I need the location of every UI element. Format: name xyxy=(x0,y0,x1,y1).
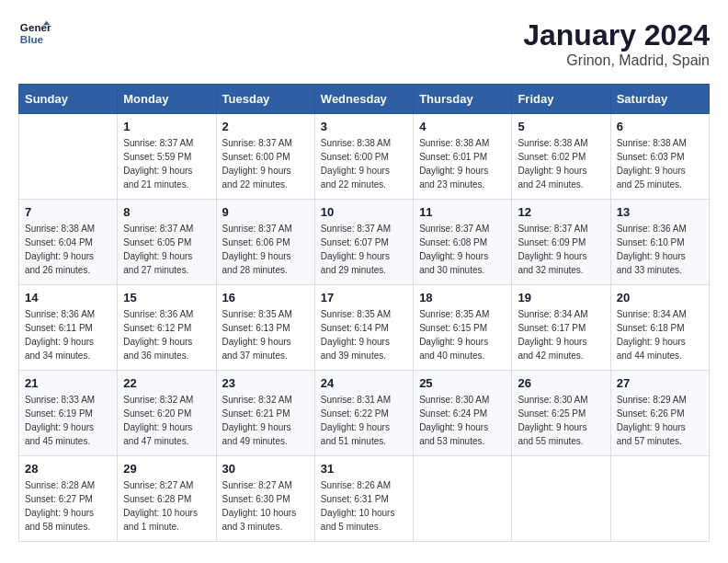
day-info: Sunrise: 8:32 AMSunset: 6:21 PMDaylight:… xyxy=(222,393,309,448)
calendar-day-cell: 18Sunrise: 8:35 AMSunset: 6:15 PMDayligh… xyxy=(414,285,512,371)
day-number: 8 xyxy=(123,205,210,219)
day-info: Sunrise: 8:37 AMSunset: 6:07 PMDaylight:… xyxy=(321,222,407,277)
day-number: 28 xyxy=(25,462,111,476)
calendar-day-cell: 10Sunrise: 8:37 AMSunset: 6:07 PMDayligh… xyxy=(314,200,413,285)
day-info: Sunrise: 8:36 AMSunset: 6:12 PMDaylight:… xyxy=(123,307,210,362)
calendar-day-cell xyxy=(19,114,118,200)
day-number: 25 xyxy=(419,376,506,390)
weekday-header-cell: Tuesday xyxy=(216,85,314,114)
day-info: Sunrise: 8:38 AMSunset: 6:03 PMDaylight:… xyxy=(617,136,703,191)
day-number: 16 xyxy=(222,291,309,304)
day-info: Sunrise: 8:37 AMSunset: 6:00 PMDaylight:… xyxy=(222,136,309,191)
calendar-day-cell: 3Sunrise: 8:38 AMSunset: 6:00 PMDaylight… xyxy=(314,114,413,200)
calendar-day-cell: 24Sunrise: 8:31 AMSunset: 6:22 PMDayligh… xyxy=(314,371,413,456)
day-number: 31 xyxy=(321,462,407,476)
day-info: Sunrise: 8:38 AMSunset: 6:04 PMDaylight:… xyxy=(25,222,111,277)
day-info: Sunrise: 8:38 AMSunset: 6:00 PMDaylight:… xyxy=(321,136,407,191)
day-info: Sunrise: 8:32 AMSunset: 6:20 PMDaylight:… xyxy=(123,393,210,448)
day-info: Sunrise: 8:37 AMSunset: 6:05 PMDaylight:… xyxy=(123,222,210,277)
calendar-day-cell: 11Sunrise: 8:37 AMSunset: 6:08 PMDayligh… xyxy=(414,200,512,285)
day-number: 17 xyxy=(321,291,407,304)
day-info: Sunrise: 8:33 AMSunset: 6:19 PMDaylight:… xyxy=(25,393,111,448)
calendar-day-cell: 12Sunrise: 8:37 AMSunset: 6:09 PMDayligh… xyxy=(512,200,610,285)
day-number: 19 xyxy=(518,291,604,304)
day-number: 7 xyxy=(25,205,111,219)
calendar-day-cell xyxy=(512,456,610,542)
calendar-day-cell: 14Sunrise: 8:36 AMSunset: 6:11 PMDayligh… xyxy=(19,285,118,371)
day-info: Sunrise: 8:27 AMSunset: 6:30 PMDaylight:… xyxy=(222,478,309,534)
calendar-day-cell: 26Sunrise: 8:30 AMSunset: 6:25 PMDayligh… xyxy=(512,371,610,456)
calendar-day-cell: 31Sunrise: 8:26 AMSunset: 6:31 PMDayligh… xyxy=(314,456,413,542)
calendar-day-cell: 15Sunrise: 8:36 AMSunset: 6:12 PMDayligh… xyxy=(118,285,216,371)
calendar-week-row: 21Sunrise: 8:33 AMSunset: 6:19 PMDayligh… xyxy=(19,371,710,456)
day-number: 23 xyxy=(222,376,309,390)
day-info: Sunrise: 8:36 AMSunset: 6:10 PMDaylight:… xyxy=(617,222,703,277)
calendar-day-cell: 27Sunrise: 8:29 AMSunset: 6:26 PMDayligh… xyxy=(610,371,709,456)
location-title: Grinon, Madrid, Spain xyxy=(523,52,710,69)
day-number: 21 xyxy=(25,376,111,390)
month-title: January 2024 xyxy=(523,18,710,52)
day-number: 2 xyxy=(222,120,309,133)
calendar-week-row: 7Sunrise: 8:38 AMSunset: 6:04 PMDaylight… xyxy=(19,200,710,285)
day-number: 26 xyxy=(518,376,604,390)
day-number: 3 xyxy=(321,120,407,133)
day-info: Sunrise: 8:29 AMSunset: 6:26 PMDaylight:… xyxy=(617,393,703,448)
calendar-day-cell: 13Sunrise: 8:36 AMSunset: 6:10 PMDayligh… xyxy=(610,200,709,285)
calendar-day-cell xyxy=(414,456,512,542)
day-number: 24 xyxy=(321,376,407,390)
day-number: 18 xyxy=(419,291,506,304)
weekday-header-cell: Thursday xyxy=(414,85,512,114)
weekday-header-cell: Sunday xyxy=(19,85,118,114)
day-number: 20 xyxy=(617,291,703,304)
weekday-header-row: SundayMondayTuesdayWednesdayThursdayFrid… xyxy=(19,85,710,114)
day-number: 27 xyxy=(617,376,703,390)
calendar-day-cell: 28Sunrise: 8:28 AMSunset: 6:27 PMDayligh… xyxy=(19,456,118,542)
day-number: 6 xyxy=(617,120,703,133)
day-number: 1 xyxy=(123,120,210,133)
calendar-day-cell: 23Sunrise: 8:32 AMSunset: 6:21 PMDayligh… xyxy=(216,371,314,456)
calendar-day-cell: 5Sunrise: 8:38 AMSunset: 6:02 PMDaylight… xyxy=(512,114,610,200)
calendar-week-row: 14Sunrise: 8:36 AMSunset: 6:11 PMDayligh… xyxy=(19,285,710,371)
calendar-day-cell: 16Sunrise: 8:35 AMSunset: 6:13 PMDayligh… xyxy=(216,285,314,371)
calendar-body: 1Sunrise: 8:37 AMSunset: 5:59 PMDaylight… xyxy=(19,114,710,542)
calendar-day-cell: 1Sunrise: 8:37 AMSunset: 5:59 PMDaylight… xyxy=(118,114,216,200)
calendar-day-cell: 2Sunrise: 8:37 AMSunset: 6:00 PMDaylight… xyxy=(216,114,314,200)
calendar-week-row: 1Sunrise: 8:37 AMSunset: 5:59 PMDaylight… xyxy=(19,114,710,200)
calendar-day-cell: 20Sunrise: 8:34 AMSunset: 6:18 PMDayligh… xyxy=(610,285,709,371)
day-info: Sunrise: 8:37 AMSunset: 6:09 PMDaylight:… xyxy=(518,222,604,277)
calendar-day-cell: 8Sunrise: 8:37 AMSunset: 6:05 PMDaylight… xyxy=(118,200,216,285)
calendar-day-cell: 4Sunrise: 8:38 AMSunset: 6:01 PMDaylight… xyxy=(414,114,512,200)
day-info: Sunrise: 8:35 AMSunset: 6:13 PMDaylight:… xyxy=(222,307,309,362)
weekday-header-cell: Wednesday xyxy=(314,85,413,114)
calendar-table: SundayMondayTuesdayWednesdayThursdayFrid… xyxy=(18,84,710,542)
day-info: Sunrise: 8:30 AMSunset: 6:25 PMDaylight:… xyxy=(518,393,604,448)
calendar-day-cell: 19Sunrise: 8:34 AMSunset: 6:17 PMDayligh… xyxy=(512,285,610,371)
day-info: Sunrise: 8:34 AMSunset: 6:18 PMDaylight:… xyxy=(617,307,703,362)
day-number: 30 xyxy=(222,462,309,476)
calendar-day-cell: 7Sunrise: 8:38 AMSunset: 6:04 PMDaylight… xyxy=(19,200,118,285)
calendar-day-cell: 9Sunrise: 8:37 AMSunset: 6:06 PMDaylight… xyxy=(216,200,314,285)
day-number: 12 xyxy=(518,205,604,219)
day-number: 15 xyxy=(123,291,210,304)
weekday-header-cell: Saturday xyxy=(610,85,709,114)
day-info: Sunrise: 8:37 AMSunset: 6:06 PMDaylight:… xyxy=(222,222,309,277)
day-number: 29 xyxy=(123,462,210,476)
day-number: 13 xyxy=(617,205,703,219)
day-info: Sunrise: 8:35 AMSunset: 6:15 PMDaylight:… xyxy=(419,307,506,362)
day-info: Sunrise: 8:30 AMSunset: 6:24 PMDaylight:… xyxy=(419,393,506,448)
title-area: January 2024 Grinon, Madrid, Spain xyxy=(523,18,710,69)
calendar-day-cell: 30Sunrise: 8:27 AMSunset: 6:30 PMDayligh… xyxy=(216,456,314,542)
day-info: Sunrise: 8:28 AMSunset: 6:27 PMDaylight:… xyxy=(25,478,111,534)
calendar-day-cell: 6Sunrise: 8:38 AMSunset: 6:03 PMDaylight… xyxy=(610,114,709,200)
weekday-header-cell: Monday xyxy=(118,85,216,114)
day-info: Sunrise: 8:34 AMSunset: 6:17 PMDaylight:… xyxy=(518,307,604,362)
calendar-day-cell: 21Sunrise: 8:33 AMSunset: 6:19 PMDayligh… xyxy=(19,371,118,456)
day-number: 4 xyxy=(419,120,506,133)
day-number: 10 xyxy=(321,205,407,219)
day-info: Sunrise: 8:31 AMSunset: 6:22 PMDaylight:… xyxy=(321,393,407,448)
day-info: Sunrise: 8:38 AMSunset: 6:01 PMDaylight:… xyxy=(419,136,506,191)
calendar-day-cell: 29Sunrise: 8:27 AMSunset: 6:28 PMDayligh… xyxy=(118,456,216,542)
calendar-day-cell: 25Sunrise: 8:30 AMSunset: 6:24 PMDayligh… xyxy=(414,371,512,456)
day-info: Sunrise: 8:38 AMSunset: 6:02 PMDaylight:… xyxy=(518,136,604,191)
day-info: Sunrise: 8:37 AMSunset: 6:08 PMDaylight:… xyxy=(419,222,506,277)
